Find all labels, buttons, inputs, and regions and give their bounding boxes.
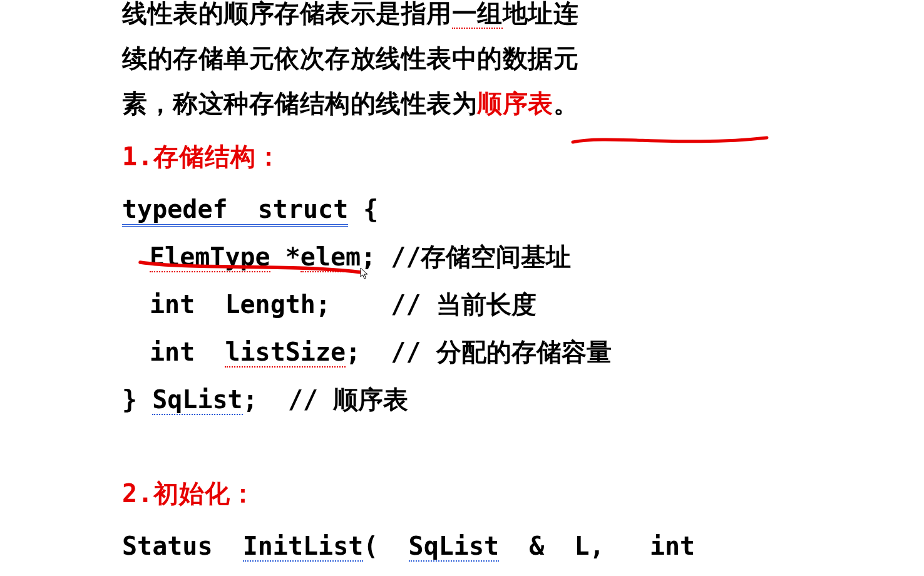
code-text: int	[150, 337, 225, 366]
intro-paragraph: 线性表的顺序存储表示是指用一组地址连 续的存储单元依次存放线性表中的数据元 素，…	[122, 0, 767, 126]
code-type: ElemType	[150, 242, 270, 272]
code-field: elem	[300, 242, 361, 272]
code-initlist: Status InitList( SqList & L, int	[122, 522, 767, 570]
document-page: 线性表的顺序存储表示是指用一组地址连 续的存储单元依次存放线性表中的数据元 素，…	[0, 0, 924, 576]
term-sequential-list: 顺序表	[477, 89, 553, 118]
code-func: InitList	[243, 532, 364, 562]
para-text: 续的存储单元依次存放线性表中的数据元	[122, 44, 578, 73]
code-comment: ; //存储空间基址	[361, 242, 571, 271]
content-area: 线性表的顺序存储表示是指用一组地址连 续的存储单元依次存放线性表中的数据元 素，…	[122, 0, 767, 570]
heading-initialization: 2.初始化：	[122, 476, 767, 511]
para-text-underlined: 一组	[452, 0, 503, 29]
para-text: 线性表的顺序存储表示是指用	[122, 0, 452, 28]
code-line: int Length; // 当前长度	[150, 290, 536, 319]
code-text: (	[363, 532, 408, 560]
code-text: & L, int	[499, 532, 695, 560]
heading-storage-structure: 1.存储结构：	[122, 140, 767, 174]
code-comment: ; // 分配的存储容量	[346, 337, 612, 366]
code-struct-def: typedef struct { ElemType *elem; //存储空间基…	[122, 185, 767, 423]
code-type: SqList	[409, 532, 500, 562]
code-typename: SqList	[152, 385, 243, 415]
code-keyword: typedef struct	[122, 195, 348, 227]
code-text: }	[122, 385, 152, 414]
mouse-cursor-icon	[360, 267, 369, 280]
code-comment: ; // 顺序表	[243, 385, 409, 414]
para-text: 地址连	[503, 0, 579, 28]
code-text: *	[270, 242, 300, 271]
code-text: Status	[122, 532, 243, 560]
para-text: 素，称这种存储结构的线性表为	[122, 89, 477, 118]
para-text: 。	[553, 89, 579, 118]
code-text: {	[348, 195, 378, 224]
code-field: listSize	[225, 337, 346, 368]
